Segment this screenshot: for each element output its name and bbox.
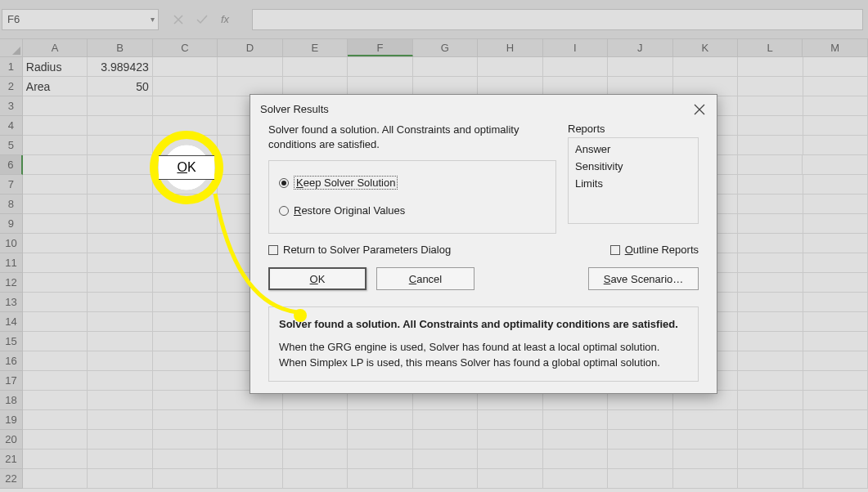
cell-C11[interactable] xyxy=(153,253,218,273)
cell-C1[interactable] xyxy=(153,57,218,77)
cell-L8[interactable] xyxy=(738,195,803,214)
cell-H19[interactable] xyxy=(478,410,542,430)
col-header-F[interactable]: F xyxy=(348,39,412,56)
cell-A17[interactable] xyxy=(23,371,88,391)
col-header-D[interactable]: D xyxy=(218,39,282,56)
reports-list[interactable]: Answer Sensitivity Limits xyxy=(568,137,699,224)
cell-M13[interactable] xyxy=(803,293,868,312)
cell-J20[interactable] xyxy=(608,430,672,450)
row-header-14[interactable]: 14 xyxy=(0,312,23,332)
cell-L11[interactable] xyxy=(738,253,803,273)
cell-G19[interactable] xyxy=(413,410,478,430)
cell-A15[interactable] xyxy=(23,332,88,351)
cell-A14[interactable] xyxy=(23,312,88,332)
row-header-1[interactable]: 1 xyxy=(0,57,23,77)
chevron-down-icon[interactable]: ▾ xyxy=(151,15,155,24)
report-sensitivity[interactable]: Sensitivity xyxy=(575,159,691,176)
cell-A13[interactable] xyxy=(23,293,88,312)
cell-C14[interactable] xyxy=(153,312,218,332)
cell-G20[interactable] xyxy=(413,430,478,450)
report-answer[interactable]: Answer xyxy=(575,141,691,159)
cell-C13[interactable] xyxy=(153,293,218,312)
cell-C16[interactable] xyxy=(153,351,218,371)
row-header-2[interactable]: 2 xyxy=(0,77,23,96)
cell-F18[interactable] xyxy=(348,391,412,410)
cell-K1[interactable] xyxy=(673,57,738,77)
cell-L10[interactable] xyxy=(738,234,803,253)
cell-M21[interactable] xyxy=(803,450,868,469)
cell-D22[interactable] xyxy=(218,469,282,489)
col-header-B[interactable]: B xyxy=(88,39,152,56)
cell-M15[interactable] xyxy=(803,332,868,351)
cell-C10[interactable] xyxy=(153,234,218,253)
select-all-corner[interactable] xyxy=(0,39,23,56)
cell-H22[interactable] xyxy=(478,469,542,489)
cell-L14[interactable] xyxy=(738,312,803,332)
cell-A20[interactable] xyxy=(23,430,88,450)
cell-M9[interactable] xyxy=(803,214,868,234)
row-header-10[interactable]: 10 xyxy=(0,234,23,253)
cell-A5[interactable] xyxy=(23,136,88,155)
cell-H1[interactable] xyxy=(478,57,542,77)
cell-L4[interactable] xyxy=(738,116,803,136)
cell-E18[interactable] xyxy=(283,391,348,410)
cell-F22[interactable] xyxy=(348,469,412,489)
col-header-J[interactable]: J xyxy=(608,39,672,56)
cell-G18[interactable] xyxy=(413,391,478,410)
cell-M14[interactable] xyxy=(803,312,868,332)
cell-I1[interactable] xyxy=(543,57,608,77)
row-header-18[interactable]: 18 xyxy=(0,391,23,410)
col-header-G[interactable]: G xyxy=(413,39,478,56)
row-header-16[interactable]: 16 xyxy=(0,351,23,371)
cell-M17[interactable] xyxy=(803,371,868,391)
cell-A19[interactable] xyxy=(23,410,88,430)
cell-B15[interactable] xyxy=(88,332,152,351)
report-limits[interactable]: Limits xyxy=(575,176,691,193)
cell-B10[interactable] xyxy=(88,234,152,253)
cell-M2[interactable] xyxy=(803,77,868,96)
row-header-17[interactable]: 17 xyxy=(0,371,23,391)
cell-B22[interactable] xyxy=(88,469,152,489)
cancel-button[interactable]: Cancel xyxy=(376,267,474,290)
cell-K20[interactable] xyxy=(673,430,738,450)
cell-B8[interactable] xyxy=(88,195,152,214)
cell-L7[interactable] xyxy=(738,175,803,195)
cell-C12[interactable] xyxy=(153,273,218,293)
cell-E21[interactable] xyxy=(283,450,348,469)
cell-A2[interactable]: Area xyxy=(23,77,88,96)
cell-A8[interactable] xyxy=(23,195,88,214)
cell-D19[interactable] xyxy=(218,410,282,430)
cell-B20[interactable] xyxy=(88,430,152,450)
keep-solution-radio[interactable]: Keep Solver Solution xyxy=(279,176,546,190)
cell-L15[interactable] xyxy=(738,332,803,351)
col-header-A[interactable]: A xyxy=(23,39,88,56)
cell-I20[interactable] xyxy=(543,430,608,450)
cell-A9[interactable] xyxy=(23,214,88,234)
cell-M10[interactable] xyxy=(803,234,868,253)
col-header-M[interactable]: M xyxy=(803,39,867,56)
cell-M12[interactable] xyxy=(803,273,868,293)
formula-input[interactable] xyxy=(252,9,863,30)
cell-B17[interactable] xyxy=(88,371,152,391)
cell-C21[interactable] xyxy=(153,450,218,469)
cell-F1[interactable] xyxy=(348,57,412,77)
cell-I22[interactable] xyxy=(543,469,608,489)
cell-B16[interactable] xyxy=(88,351,152,371)
cell-L22[interactable] xyxy=(738,469,803,489)
cell-G21[interactable] xyxy=(413,450,478,469)
cell-G1[interactable] xyxy=(413,57,478,77)
cell-M3[interactable] xyxy=(803,96,868,116)
cell-C9[interactable] xyxy=(153,214,218,234)
cell-L12[interactable] xyxy=(738,273,803,293)
cell-C20[interactable] xyxy=(153,430,218,450)
row-header-22[interactable]: 22 xyxy=(0,469,23,489)
cell-M6[interactable] xyxy=(803,155,868,175)
cell-C15[interactable] xyxy=(153,332,218,351)
cell-I21[interactable] xyxy=(543,450,608,469)
cell-M1[interactable] xyxy=(803,57,868,77)
cell-M20[interactable] xyxy=(803,430,868,450)
cell-L9[interactable] xyxy=(738,214,803,234)
cell-L6[interactable] xyxy=(738,155,803,175)
cell-J18[interactable] xyxy=(608,391,672,410)
cancel-formula-icon[interactable] xyxy=(173,15,183,25)
